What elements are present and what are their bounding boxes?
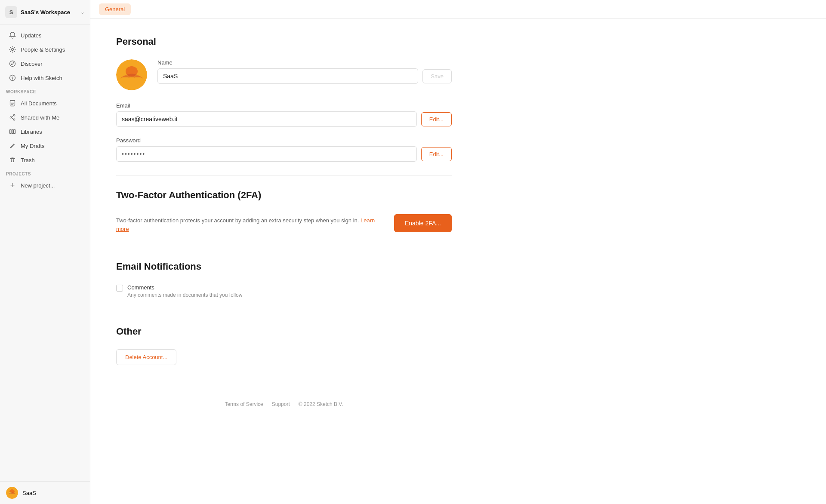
support-link[interactable]: Support [272, 401, 290, 407]
user-profile[interactable]: SaaS [0, 481, 90, 504]
updates-label: Updates [21, 32, 41, 39]
svg-point-18 [122, 77, 141, 86]
discover-label: Discover [21, 61, 43, 67]
email-notifications-section: Email Notifications Comments Any comment… [116, 261, 452, 298]
personal-title: Personal [116, 36, 452, 47]
workspace-name: SaaS's Workspace [21, 9, 77, 15]
svg-point-13 [8, 493, 16, 498]
workspace-section-label: WORKSPACE [0, 85, 90, 96]
email-edit-button[interactable]: Edit... [421, 112, 452, 126]
plus-icon: + [9, 181, 16, 189]
password-input[interactable] [116, 146, 417, 162]
new-project-item[interactable]: + New project... [3, 178, 87, 192]
avatar-row: Name Save [116, 59, 452, 90]
all-documents-label: All Documents [21, 100, 57, 107]
svg-rect-8 [10, 130, 11, 134]
gear-icon [9, 46, 16, 53]
compass-icon [9, 60, 16, 68]
sidebar-item-libraries[interactable]: Libraries [3, 125, 87, 138]
chevron-icon: ⌄ [80, 9, 85, 15]
svg-point-1 [10, 61, 15, 67]
library-icon [9, 128, 16, 135]
new-project-label: New project... [21, 182, 55, 189]
email-field-row: Edit... [116, 111, 452, 127]
terms-link[interactable]: Terms of Service [225, 401, 263, 407]
comments-label-group: Comments Any comments made in documents … [127, 284, 242, 298]
password-field-group: Password Edit... [116, 137, 452, 162]
password-edit-button[interactable]: Edit... [421, 147, 452, 161]
other-title: Other [116, 326, 452, 337]
password-field-row: Edit... [116, 146, 452, 162]
email-field-group: Email Edit... [116, 102, 452, 127]
svg-point-2 [10, 75, 15, 81]
other-section: Other Delete Account... [116, 326, 452, 365]
svg-rect-10 [14, 130, 15, 134]
personal-section: Personal Name Save [116, 36, 452, 162]
learn-more-link[interactable]: Learn more [116, 217, 375, 232]
people-settings-label: People & Settings [21, 46, 65, 53]
svg-point-5 [13, 114, 15, 116]
twofa-text: Two-factor authentication protects your … [116, 213, 377, 233]
enable-2fa-button[interactable]: Enable 2FA... [394, 214, 452, 232]
save-button[interactable]: Save [422, 69, 452, 83]
sidebar-item-trash[interactable]: Trash [3, 153, 87, 167]
email-input[interactable] [116, 111, 417, 127]
svg-point-6 [10, 117, 12, 118]
comments-checkbox-row: Comments Any comments made in documents … [116, 284, 452, 298]
sidebar-item-people-settings[interactable]: People & Settings [3, 43, 87, 56]
sidebar: S SaaS's Workspace ⌄ Updates People & Se… [0, 0, 90, 504]
name-field-group: Name Save [157, 59, 452, 84]
email-label: Email [116, 102, 452, 109]
sidebar-item-discover[interactable]: Discover [3, 57, 87, 71]
name-field-row: Save [157, 68, 452, 84]
settings-content: Personal Name Save [90, 19, 478, 504]
sidebar-item-updates[interactable]: Updates [3, 28, 87, 42]
help-label: Help with Sketch [21, 75, 62, 81]
divider-1 [116, 175, 452, 176]
workspace-avatar: S [5, 6, 17, 18]
user-name: SaaS [22, 490, 36, 496]
share-icon [9, 114, 16, 121]
svg-point-7 [13, 119, 15, 120]
sidebar-item-shared[interactable]: Shared with Me [3, 111, 87, 124]
shared-with-me-label: Shared with Me [21, 114, 59, 121]
comments-description: Any comments made in documents that you … [127, 292, 242, 298]
main-area: General Personal Name [90, 0, 826, 504]
projects-section-label: PROJECTS [0, 167, 90, 178]
sidebar-item-help[interactable]: Help with Sketch [3, 71, 87, 85]
workspace-header[interactable]: S SaaS's Workspace ⌄ [0, 0, 90, 25]
divider-3 [116, 312, 452, 312]
name-input[interactable] [157, 68, 418, 84]
help-icon [9, 74, 16, 82]
trash-label: Trash [21, 157, 35, 163]
trash-icon [9, 156, 16, 164]
comments-label: Comments [127, 284, 242, 291]
twofa-description: Two-factor authentication protects your … [116, 216, 377, 233]
svg-point-0 [12, 49, 14, 51]
copyright: © 2022 Sketch B.V. [299, 401, 343, 407]
comments-checkbox[interactable] [116, 285, 123, 292]
twofa-section: Two-Factor Authentication (2FA) Two-fact… [116, 190, 452, 233]
libraries-label: Libraries [21, 129, 42, 135]
sidebar-nav: Updates People & Settings Discover [0, 25, 90, 196]
password-label: Password [116, 137, 452, 144]
user-avatar [6, 487, 18, 499]
profile-avatar [116, 59, 147, 90]
my-drafts-label: My Drafts [21, 143, 45, 149]
tab-general[interactable]: General [99, 3, 131, 15]
svg-point-3 [12, 79, 12, 80]
email-notifications-title: Email Notifications [116, 261, 452, 272]
svg-rect-9 [12, 130, 13, 134]
twofa-title: Two-Factor Authentication (2FA) [116, 190, 452, 201]
twofa-row: Two-factor authentication protects your … [116, 213, 452, 233]
sidebar-item-my-drafts[interactable]: My Drafts [3, 139, 87, 153]
sidebar-item-all-documents[interactable]: All Documents [3, 96, 87, 110]
footer: Terms of Service Support © 2022 Sketch B… [116, 391, 452, 414]
name-label: Name [157, 59, 452, 66]
bell-icon [9, 31, 16, 39]
draft-icon [9, 142, 16, 150]
divider-2 [116, 247, 452, 247]
top-tabs: General [90, 0, 826, 19]
document-icon [9, 99, 16, 107]
delete-account-button[interactable]: Delete Account... [116, 349, 176, 365]
